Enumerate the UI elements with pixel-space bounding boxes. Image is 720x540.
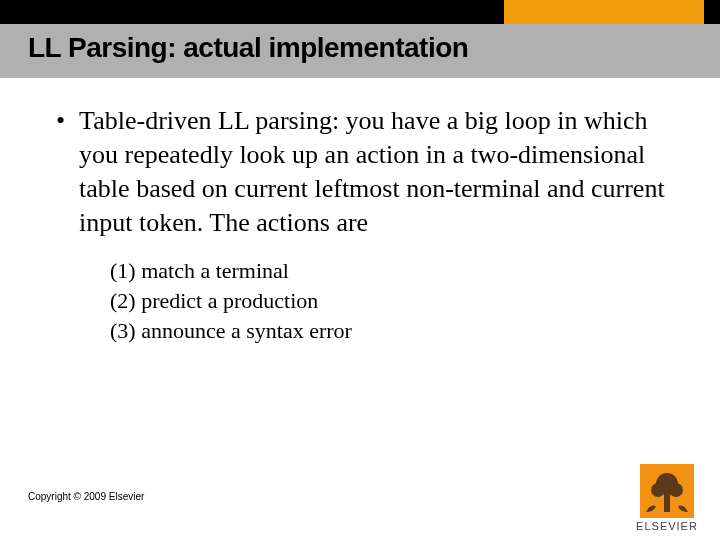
bullet-item: • Table-driven LL parsing: you have a bi… bbox=[56, 104, 676, 240]
sublist: (1) match a terminal (2) predict a produ… bbox=[110, 256, 676, 346]
sublist-item: (1) match a terminal bbox=[110, 256, 676, 286]
publisher-name: ELSEVIER bbox=[628, 520, 706, 532]
elsevier-logo-icon bbox=[640, 464, 694, 518]
sublist-item: (3) announce a syntax error bbox=[110, 316, 676, 346]
sublist-item: (2) predict a production bbox=[110, 286, 676, 316]
slide: LL Parsing: actual implementation • Tabl… bbox=[0, 0, 720, 540]
svg-point-3 bbox=[669, 483, 683, 497]
bullet-marker: • bbox=[56, 104, 65, 138]
publisher-logo: ELSEVIER bbox=[628, 464, 706, 532]
copyright-text: Copyright © 2009 Elsevier bbox=[28, 491, 144, 502]
bullet-text: Table-driven LL parsing: you have a big … bbox=[79, 104, 676, 240]
svg-point-2 bbox=[651, 483, 665, 497]
body-content: • Table-driven LL parsing: you have a bi… bbox=[56, 104, 676, 346]
svg-rect-0 bbox=[664, 494, 670, 512]
page-title: LL Parsing: actual implementation bbox=[28, 32, 468, 64]
header-orange-accent bbox=[504, 0, 704, 24]
